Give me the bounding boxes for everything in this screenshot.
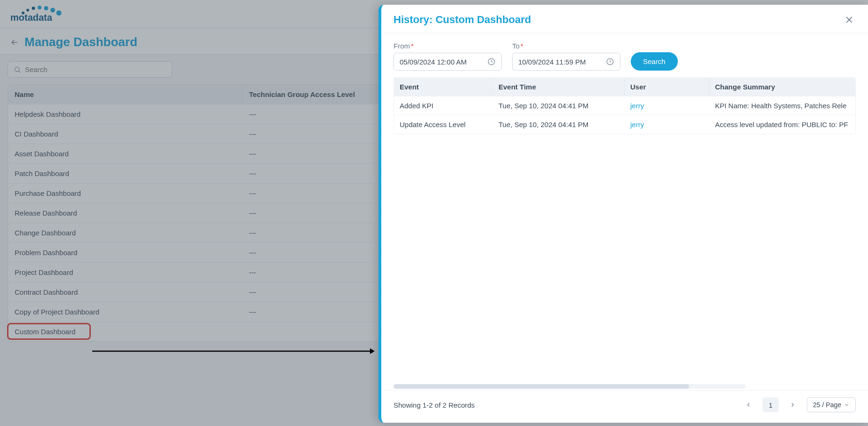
col-change-summary-header[interactable]: Change Summary — [709, 78, 855, 96]
cell-event: Update Access Level — [394, 115, 493, 134]
page-size-select[interactable]: 25 / Page — [807, 397, 856, 412]
history-row: Update Access Level Tue, Sep 10, 2024 04… — [394, 115, 855, 134]
from-date-input[interactable]: 05/09/2024 12:00 AM — [394, 53, 502, 71]
page-size-label: 25 / Page — [813, 401, 841, 409]
records-summary: Showing 1-2 of 2 Records — [394, 401, 475, 409]
history-row: Added KPI Tue, Sep 10, 2024 04:41 PM jer… — [394, 96, 855, 115]
cell-summary: KPI Name: Health Systems, Patches Rele — [709, 96, 855, 115]
panel-header: History: Custom Dashboard — [381, 5, 868, 33]
cell-time: Tue, Sep 10, 2024 04:41 PM — [493, 115, 625, 134]
horizontal-scrollbar[interactable] — [394, 384, 746, 389]
col-event-time-header[interactable]: Event Time — [493, 78, 625, 96]
col-user-header[interactable]: User — [625, 78, 709, 96]
col-event-header[interactable]: Event — [394, 78, 493, 96]
search-button[interactable]: Search — [631, 52, 678, 71]
to-date-input[interactable]: 10/09/2024 11:59 PM — [512, 53, 620, 71]
to-field-group: To* 10/09/2024 11:59 PM — [512, 42, 620, 71]
pager-next-button[interactable] — [785, 397, 800, 412]
pager-current-page[interactable]: 1 — [763, 397, 779, 412]
clock-icon — [487, 57, 496, 66]
pager-prev-button[interactable] — [741, 397, 756, 412]
from-date-value: 05/09/2024 12:00 AM — [400, 58, 467, 66]
clock-icon — [606, 57, 614, 66]
cell-summary: Access level updated from: PUBLIC to: PF — [709, 115, 855, 134]
pagination: 1 25 / Page — [741, 397, 856, 412]
close-icon — [844, 15, 854, 24]
user-link[interactable]: jerry — [630, 102, 644, 110]
from-label: From* — [394, 42, 502, 50]
to-date-value: 10/09/2024 11:59 PM — [518, 58, 586, 66]
chevron-left-icon — [745, 402, 752, 408]
panel-filter-row: From* 05/09/2024 12:00 AM To* 10/09/2024… — [381, 33, 868, 77]
panel-footer: Showing 1-2 of 2 Records 1 25 / Page — [381, 390, 868, 423]
chevron-down-icon — [844, 402, 850, 408]
cell-event: Added KPI — [394, 96, 493, 115]
from-field-group: From* 05/09/2024 12:00 AM — [394, 42, 502, 71]
chevron-right-icon — [789, 402, 796, 408]
to-label: To* — [512, 42, 620, 50]
panel-title: History: Custom Dashboard — [394, 14, 531, 26]
cell-time: Tue, Sep 10, 2024 04:41 PM — [493, 96, 625, 115]
history-table-header: Event Event Time User Change Summary — [394, 78, 855, 96]
history-panel: History: Custom Dashboard From* 05/09/20… — [378, 5, 868, 423]
history-table: Event Event Time User Change Summary Add… — [394, 77, 856, 134]
horizontal-scrollbar-thumb[interactable] — [394, 384, 689, 389]
user-link[interactable]: jerry — [630, 121, 644, 129]
close-button[interactable] — [843, 13, 856, 26]
